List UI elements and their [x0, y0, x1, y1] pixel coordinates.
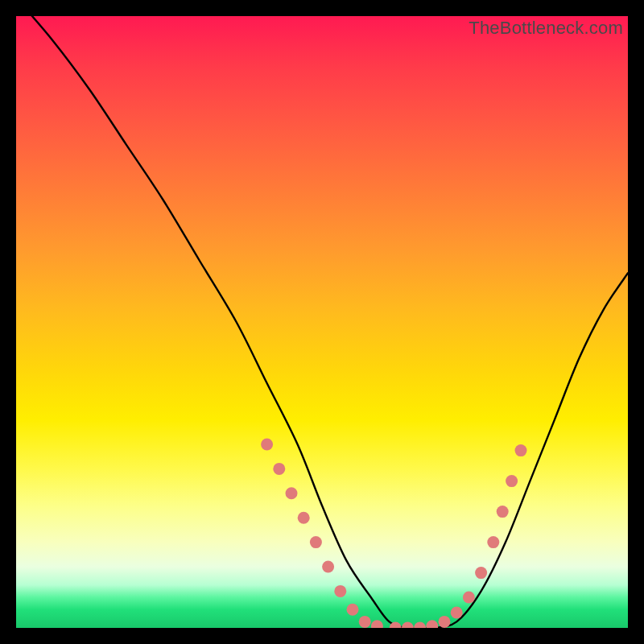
marker-dot	[273, 463, 285, 475]
marker-dot	[463, 592, 475, 604]
marker-dot	[439, 616, 451, 628]
marker-dot	[261, 439, 273, 451]
marker-dot	[475, 567, 487, 579]
marker-dot	[286, 487, 298, 499]
chart-svg	[16, 16, 628, 628]
marker-dot	[451, 607, 463, 619]
marker-dot	[515, 444, 527, 456]
marker-dot	[426, 620, 438, 628]
marker-dot	[371, 620, 383, 628]
marker-dot	[402, 622, 414, 629]
marker-dot	[347, 604, 359, 616]
marker-dot	[298, 512, 310, 524]
curve-path	[16, 16, 628, 628]
marker-dot	[334, 585, 346, 597]
marker-group	[261, 439, 526, 629]
marker-dot	[359, 616, 371, 628]
marker-dot	[310, 536, 322, 548]
marker-dot	[414, 622, 426, 629]
marker-dot	[487, 536, 499, 548]
marker-dot	[322, 561, 334, 573]
marker-dot	[497, 506, 509, 518]
marker-dot	[506, 475, 518, 487]
chart-frame: TheBottleneck.com	[16, 16, 628, 628]
watermark-text: TheBottleneck.com	[469, 18, 623, 39]
